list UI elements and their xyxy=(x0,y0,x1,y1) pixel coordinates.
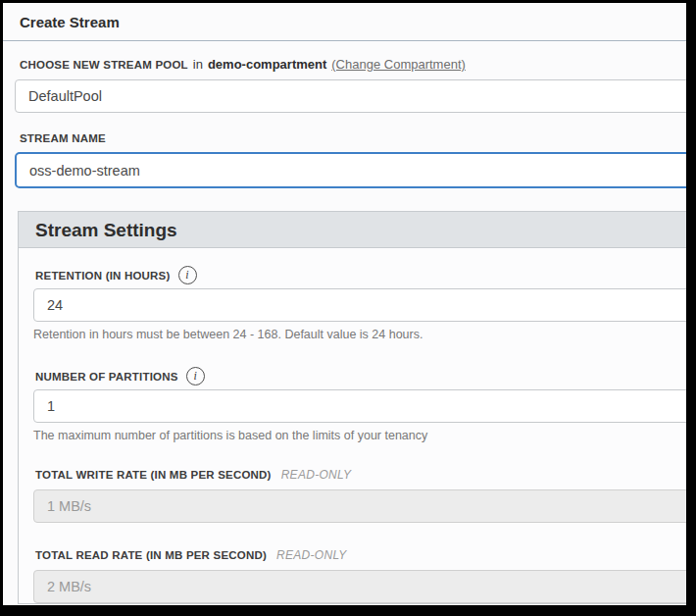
write-rate-label: TOTAL WRITE RATE (IN MB PER SECOND) xyxy=(35,469,272,481)
stream-settings-title: Stream Settings xyxy=(35,220,177,240)
read-rate-input xyxy=(33,570,686,603)
write-rate-input xyxy=(33,489,686,523)
retention-label: RETENTION (IN HOURS) xyxy=(35,270,171,282)
write-rate-label-row: TOTAL WRITE RATE (IN MB PER SECOND) READ… xyxy=(35,468,686,482)
stream-pool-infix: in xyxy=(193,57,203,72)
stream-name-input[interactable] xyxy=(15,152,686,188)
retention-helper-text: Retention in hours must be between 24 - … xyxy=(33,328,686,341)
read-rate-label-row: TOTAL READ RATE (IN MB PER SECOND) READ-… xyxy=(35,548,686,562)
partitions-helper-text: The maximum number of partitions is base… xyxy=(33,429,686,442)
retention-input[interactable] xyxy=(33,288,686,322)
screenshot-frame: Create Stream CHOOSE NEW STREAM POOL in … xyxy=(0,0,696,616)
compartment-name: demo-compartment xyxy=(208,57,326,72)
dialog-header: Create Stream xyxy=(3,3,686,41)
change-compartment-link[interactable]: (Change Compartment) xyxy=(331,57,466,72)
partitions-label-row: NUMBER OF PARTITIONS i xyxy=(35,367,686,385)
stream-name-label: STREAM NAME xyxy=(20,132,106,144)
create-stream-dialog: Create Stream CHOOSE NEW STREAM POOL in … xyxy=(3,3,686,605)
stream-pool-input[interactable] xyxy=(15,79,686,113)
read-rate-readonly-badge: READ-ONLY xyxy=(276,548,347,562)
info-icon[interactable]: i xyxy=(178,266,197,284)
stream-settings-header: Stream Settings xyxy=(19,212,686,248)
read-rate-label: TOTAL READ RATE (IN MB PER SECOND) xyxy=(35,549,267,561)
page-title: Create Stream xyxy=(20,14,120,30)
stream-name-label-row: STREAM NAME xyxy=(20,132,686,144)
stream-pool-label: CHOOSE NEW STREAM POOL xyxy=(20,59,188,71)
stream-settings-section: Stream Settings RETENTION (IN HOURS) i R… xyxy=(18,211,686,604)
write-rate-readonly-badge: READ-ONLY xyxy=(281,468,352,482)
retention-label-row: RETENTION (IN HOURS) i xyxy=(35,266,686,284)
stream-pool-label-row: CHOOSE NEW STREAM POOL in demo-compartme… xyxy=(20,57,686,72)
info-icon[interactable]: i xyxy=(186,367,205,385)
partitions-label: NUMBER OF PARTITIONS xyxy=(35,371,178,383)
partitions-input[interactable] xyxy=(33,389,686,423)
